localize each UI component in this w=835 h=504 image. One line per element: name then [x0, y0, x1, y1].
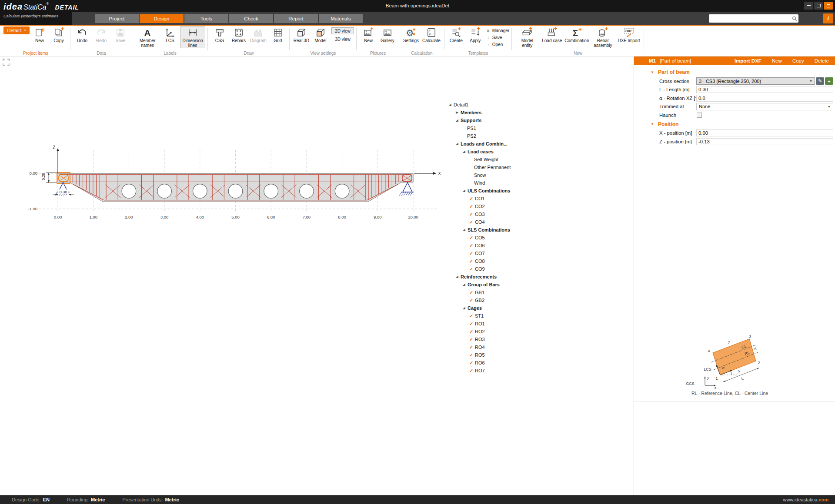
tab-tools[interactable]: Tools [184, 14, 228, 23]
tree-item-wind[interactable]: Wind [447, 179, 538, 187]
ribbon-templates-open-item[interactable]: ↑Open [486, 41, 509, 47]
tree-item-ro6[interactable]: ✓RO6 [447, 359, 538, 367]
ribbon-new-load-case-button[interactable]: Load case [541, 26, 563, 44]
ribbon-data-undo-button[interactable]: Undo [73, 26, 91, 44]
ribbon-calculation-calculate-button[interactable]: +−×÷Calculate [421, 26, 442, 44]
ribbon-draw-grid-button[interactable]: Grid [269, 26, 287, 44]
ribbon-templates-apply-button[interactable]: Apply [466, 26, 484, 44]
ribbon-view-settings-real-3d-button[interactable]: Real 3D [292, 26, 311, 44]
ribbon-labels-member-names-button[interactable]: AMember names [135, 26, 160, 48]
tree-item-ro3[interactable]: ✓RO3 [447, 335, 538, 343]
section-part-of-beam[interactable]: ▼Part of beam [634, 67, 835, 77]
ribbon-data-redo-button[interactable]: Redo [92, 26, 110, 44]
tab-check[interactable]: Check [229, 14, 273, 23]
ribbon-draw-css-button[interactable]: CSS [210, 26, 229, 44]
collapse-icon[interactable]: ◢ [455, 119, 459, 122]
tree-item-other-permanent[interactable]: Other Permanent [447, 163, 538, 171]
collapse-icon[interactable]: ◢ [462, 189, 466, 192]
tree-item-st1[interactable]: ✓ST1 [447, 312, 538, 320]
section-position[interactable]: ▼Position [634, 119, 835, 129]
ribbon-pictures-new-button[interactable]: New [359, 26, 377, 44]
tree-item-members[interactable]: ▶Members [447, 109, 538, 116]
action-delete-button[interactable]: Delete [815, 58, 829, 63]
collapse-icon[interactable]: ◢ [448, 103, 452, 106]
tab-materials[interactable]: Materials [319, 14, 363, 23]
action-import-dxf-button[interactable]: Import DXF [735, 58, 762, 63]
ribbon-draw-diagram-button[interactable]: Diagram [249, 26, 268, 44]
website-link[interactable]: www.ideastatica.com [783, 497, 828, 502]
ribbon-new-model-entity-button[interactable]: Model entity [514, 26, 540, 48]
ribbon-pictures-gallery-button[interactable]: Gallery [378, 26, 397, 44]
tree-item-ro2[interactable]: ✓RO2 [447, 328, 538, 335]
input-rotation-xz[interactable]: 0.0 [696, 95, 833, 102]
collapse-icon[interactable]: ◢ [462, 228, 466, 232]
ribbon-templates-save-item[interactable]: ↓Save [486, 34, 509, 40]
detail-selector-dropdown[interactable]: Detail1▾ [3, 27, 30, 34]
beam-drawing[interactable]: 0.001.002.003.004.005.006.007.008.009.00… [0, 56, 634, 495]
ribbon-project-items-copy-button[interactable]: Copy [50, 26, 68, 44]
tree-item-detail1[interactable]: ◢Detail1 [447, 101, 538, 109]
edit-cross-section-button[interactable]: ✎ [816, 77, 824, 85]
tree-item-snow[interactable]: Snow [447, 171, 538, 179]
tree-item-co5[interactable]: ✓CO5 [447, 234, 538, 242]
tree-item-ps1[interactable]: PS1 [447, 124, 538, 132]
tree-item-load-cases[interactable]: ◢Load cases [447, 148, 538, 156]
input-z-position-m[interactable]: -0.13 [696, 138, 833, 145]
checkbox-haunch[interactable] [697, 113, 702, 118]
new-cross-section-button[interactable]: + [825, 77, 833, 85]
maximize-button[interactable] [814, 2, 823, 10]
ribbon-labels-lcs-button[interactable]: LCS [161, 26, 179, 44]
action-copy-button[interactable]: Copy [792, 58, 804, 63]
action-new-button[interactable]: New [772, 58, 782, 63]
tab-report[interactable]: Report [274, 14, 318, 23]
tree-item-uls-combinations[interactable]: ◢ULS Combinations [447, 187, 538, 195]
tree-item-reinforcements[interactable]: ◢Reinforcements [447, 273, 538, 281]
tree-item-co9[interactable]: ✓CO9 [447, 265, 538, 273]
tab-project[interactable]: Project [95, 14, 139, 23]
cross-section-dropdown[interactable]: 3 - CS3 (Rectangle 250, 200)▼ [696, 77, 815, 85]
ribbon-view-settings-model-button[interactable]: Model [311, 26, 330, 44]
ribbon-new-combination-button[interactable]: ΣCombination [564, 26, 589, 44]
tree-item-ro4[interactable]: ✓RO4 [447, 343, 538, 351]
input-l-length-m[interactable]: 0.30 [696, 86, 833, 93]
ribbon-labels-dimension-lines-button[interactable]: Dimension lines [180, 26, 205, 48]
ribbon-draw-rebars-button[interactable]: Rebars [230, 26, 248, 44]
tree-item-ro5[interactable]: ✓RO5 [447, 351, 538, 359]
tree-item-ro7[interactable]: ✓RO7 [447, 367, 538, 375]
tree-item-loads-and-combin[interactable]: ◢Loads and Combin... [447, 140, 538, 148]
ribbon-new-dxf-import-button[interactable]: DXFDXF Import [616, 26, 641, 44]
expand-icon[interactable]: ▶ [455, 111, 459, 114]
dropdown-trimmed-at[interactable]: None▼ [696, 103, 833, 110]
toggle-3d-view[interactable]: 3D view [331, 36, 354, 43]
tree-item-group-of-bars[interactable]: ◢Group of Bars [447, 281, 538, 288]
tree-item-co1[interactable]: ✓CO1 [447, 195, 538, 202]
close-button[interactable] [824, 2, 833, 10]
tree-item-co7[interactable]: ✓CO7 [447, 249, 538, 257]
tree-item-co8[interactable]: ✓CO8 [447, 257, 538, 265]
info-button[interactable]: i [823, 13, 833, 23]
tree-item-co4[interactable]: ✓CO4 [447, 218, 538, 226]
collapse-icon[interactable]: ◢ [462, 150, 466, 153]
tree-item-supports[interactable]: ◢Supports [447, 116, 538, 124]
ribbon-project-items-new-button[interactable]: New [30, 26, 49, 44]
collapse-icon[interactable]: ◢ [462, 283, 466, 286]
tree-item-co6[interactable]: ✓CO6 [447, 242, 538, 249]
tree-item-co2[interactable]: ✓CO2 [447, 202, 538, 210]
ribbon-templates-create-button[interactable]: Create [447, 26, 465, 44]
tree-item-sls-combinations[interactable]: ◢SLS Combinations [447, 226, 538, 234]
collapse-icon[interactable]: ◢ [462, 306, 466, 310]
collapse-icon[interactable]: ◢ [455, 275, 459, 279]
tree-item-gb1[interactable]: ✓GB1 [447, 288, 538, 296]
search-box[interactable] [709, 14, 798, 23]
search-input[interactable] [709, 16, 791, 21]
toggle-2d-view[interactable]: 2D view [331, 27, 354, 34]
tree-item-ro1[interactable]: ✓RO1 [447, 320, 538, 328]
tree-item-cages[interactable]: ◢Cages [447, 304, 538, 312]
minimize-button[interactable] [804, 2, 813, 10]
tab-design[interactable]: Design [140, 14, 184, 23]
input-x-position-m[interactable]: 0.00 [696, 129, 833, 136]
tree-item-gb2[interactable]: ✓GB2 [447, 296, 538, 304]
drawing-canvas[interactable]: 0.001.002.003.004.005.006.007.008.009.00… [0, 56, 634, 495]
ribbon-calculation-settings-button[interactable]: ⚙Settings [402, 26, 420, 44]
fit-view-icon[interactable] [2, 58, 10, 66]
